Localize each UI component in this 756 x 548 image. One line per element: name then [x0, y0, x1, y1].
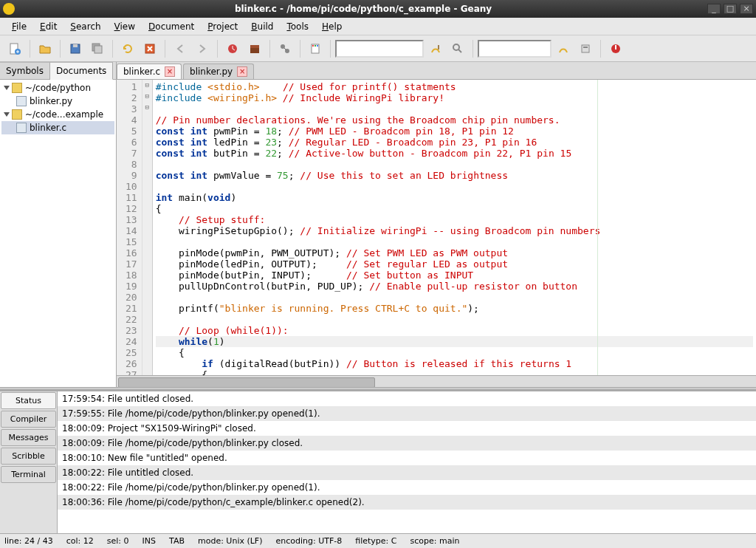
sidebar-tab-symbols[interactable]: Symbols — [0, 62, 50, 79]
status-ins: INS — [142, 536, 156, 546]
status-enc: encoding: UTF-8 — [276, 536, 343, 546]
bottom-tab-status[interactable]: Status — [1, 392, 56, 409]
maximize-button[interactable]: □ — [724, 4, 737, 14]
svg-rect-14 — [315, 45, 316, 47]
log-line: 18:00:22: File /home/pi/code/python/blin… — [58, 480, 756, 495]
status-mode: mode: Unix (LF) — [198, 536, 263, 546]
statusbar: line: 24 / 43 col: 12 sel: 0 INS TAB mod… — [0, 533, 756, 548]
log-line: 18:00:36: File /home/pi/code/python/c_ex… — [58, 495, 756, 510]
reload-button[interactable] — [117, 38, 138, 59]
nav-back-button[interactable] — [170, 38, 190, 59]
window-title: blinker.c - /home/pi/code/python/c_examp… — [19, 4, 707, 14]
bottom-tab-scribble[interactable]: Scribble — [1, 448, 56, 465]
svg-rect-18 — [582, 45, 589, 52]
svg-rect-5 — [94, 46, 102, 53]
close-button[interactable]: × — [740, 4, 753, 14]
menu-search[interactable]: Search — [64, 20, 106, 33]
svg-rect-16 — [438, 45, 439, 49]
file-icon — [16, 96, 27, 106]
tree-folder[interactable]: ~/code...example — [1, 108, 114, 121]
nav-forward-button[interactable] — [192, 38, 213, 59]
fold-column[interactable]: ⊟⊟⊟ — [142, 80, 153, 375]
log-line: 18:00:10: New file "untitled" opened. — [58, 451, 756, 465]
file-icon — [16, 123, 27, 133]
svg-rect-8 — [250, 48, 259, 53]
log-line: 18:00:09: File /home/pi/code/python/blin… — [58, 436, 756, 451]
status-tab: TAB — [169, 536, 185, 546]
search-input[interactable] — [478, 40, 551, 58]
folder-icon — [12, 83, 22, 93]
folder-icon — [12, 109, 22, 120]
open-folder-button[interactable] — [35, 38, 55, 59]
log-line: 18:00:09: Project "SX1509-WiringPi" clos… — [58, 421, 756, 436]
code-editor[interactable]: 1234567891011121314151617181920212223242… — [117, 80, 756, 375]
menu-build[interactable]: Build — [245, 20, 279, 33]
new-file-button[interactable] — [4, 38, 25, 59]
editor-tab[interactable]: blinker.c× — [117, 64, 182, 79]
menu-tools[interactable]: Tools — [281, 20, 315, 33]
minimize-button[interactable]: _ — [707, 4, 721, 14]
svg-rect-13 — [312, 45, 314, 47]
search-button[interactable] — [553, 38, 574, 59]
titlebar: blinker.c - /home/pi/code/python/c_examp… — [0, 0, 756, 18]
horizontal-scrollbar[interactable] — [117, 375, 756, 387]
menu-view[interactable]: View — [109, 20, 141, 33]
document-tree[interactable]: ~/code/pythonblinker.py~/code...exampleb… — [0, 80, 116, 387]
color-picker-button[interactable] — [305, 38, 326, 59]
toolbar — [0, 35, 756, 62]
tree-folder[interactable]: ~/code/python — [1, 81, 114, 95]
sidebar-tab-documents[interactable]: Documents — [50, 62, 113, 80]
svg-rect-19 — [583, 47, 588, 48]
close-tab-icon[interactable]: × — [237, 66, 247, 77]
goto-button[interactable] — [425, 38, 446, 59]
close-file-button[interactable] — [140, 38, 160, 59]
log-line: 18:00:22: File untitled closed. — [58, 465, 756, 480]
save-button[interactable] — [65, 38, 86, 59]
menu-file[interactable]: File — [6, 20, 32, 33]
log-line: 17:59:55: File /home/pi/code/python/blin… — [58, 406, 756, 421]
preferences-button[interactable] — [575, 38, 596, 59]
sidebar: SymbolsDocuments ~/code/pythonblinker.py… — [0, 62, 117, 387]
line-numbers: 1234567891011121314151617181920212223242… — [117, 80, 142, 375]
quit-button[interactable] — [605, 38, 626, 59]
bottom-tab-compiler[interactable]: Compiler — [1, 411, 56, 428]
app-icon — [3, 3, 15, 15]
bottom-tab-terminal[interactable]: Terminal — [1, 466, 56, 483]
svg-rect-15 — [317, 45, 318, 47]
compile-button[interactable] — [222, 38, 243, 59]
status-scope: scope: main — [410, 536, 460, 546]
bottom-tab-messages[interactable]: Messages — [1, 429, 56, 446]
menubar: FileEditSearchViewDocumentProjectBuildTo… — [0, 18, 756, 35]
menu-help[interactable]: Help — [316, 20, 348, 33]
svg-rect-21 — [615, 45, 616, 49]
menu-edit[interactable]: Edit — [34, 20, 63, 33]
run-button[interactable] — [275, 38, 295, 59]
message-log[interactable]: 17:59:54: File untitled closed.17:59:55:… — [58, 391, 756, 533]
status-col: col: 12 — [66, 536, 94, 546]
close-tab-icon[interactable]: × — [165, 66, 175, 77]
menu-project[interactable]: Project — [202, 20, 244, 33]
tree-file[interactable]: blinker.c — [1, 121, 114, 134]
svg-rect-9 — [250, 45, 259, 48]
build-button[interactable] — [244, 38, 265, 59]
svg-point-17 — [453, 44, 459, 50]
save-all-button[interactable] — [87, 38, 108, 59]
status-line: line: 24 / 43 — [4, 536, 53, 546]
find-button[interactable] — [447, 38, 468, 59]
editor-tab[interactable]: blinker.py× — [183, 64, 254, 79]
menu-document[interactable]: Document — [142, 20, 200, 33]
status-sel: sel: 0 — [107, 536, 129, 546]
log-line: 17:59:54: File untitled closed. — [58, 391, 756, 406]
goto-input[interactable] — [335, 40, 424, 58]
svg-rect-3 — [73, 44, 78, 47]
status-filetype: filetype: C — [355, 536, 396, 546]
tree-file[interactable]: blinker.py — [1, 95, 114, 108]
